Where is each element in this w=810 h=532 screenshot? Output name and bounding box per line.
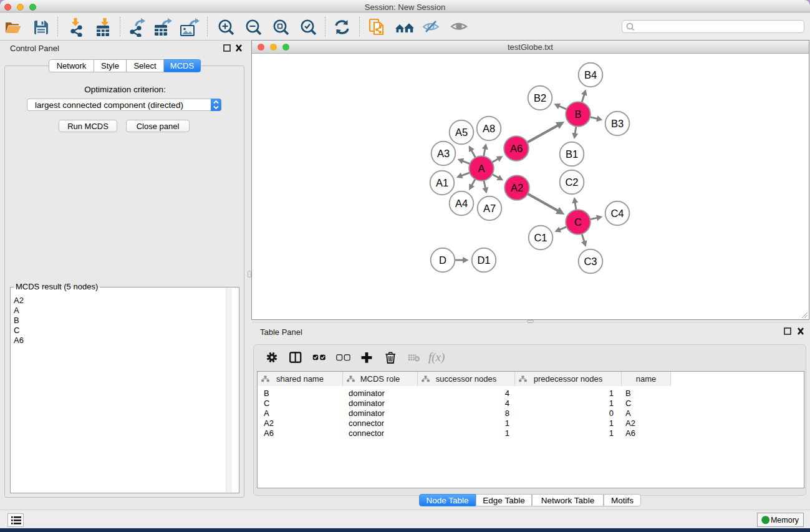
svg-text:A6: A6 xyxy=(510,143,523,154)
svg-text:A: A xyxy=(478,163,485,174)
svg-text:A5: A5 xyxy=(455,127,468,138)
svg-text:A4: A4 xyxy=(455,198,468,209)
svg-text:C: C xyxy=(574,216,582,228)
svg-text:B3: B3 xyxy=(611,118,624,129)
svg-text:C3: C3 xyxy=(584,256,597,267)
svg-text:A7: A7 xyxy=(483,203,496,214)
svg-text:D: D xyxy=(439,254,446,266)
svg-text:C2: C2 xyxy=(565,177,578,188)
svg-text:B2: B2 xyxy=(534,92,546,104)
svg-text:B: B xyxy=(574,109,581,120)
svg-text:A1: A1 xyxy=(436,177,448,188)
svg-text:A3: A3 xyxy=(437,148,450,159)
svg-text:B4: B4 xyxy=(584,69,597,80)
svg-text:A8: A8 xyxy=(483,123,495,134)
svg-text:C1: C1 xyxy=(534,232,547,243)
svg-text:A2: A2 xyxy=(511,182,523,193)
svg-text:B1: B1 xyxy=(566,148,578,160)
svg-text:C4: C4 xyxy=(610,208,624,219)
svg-text:D1: D1 xyxy=(477,254,490,266)
